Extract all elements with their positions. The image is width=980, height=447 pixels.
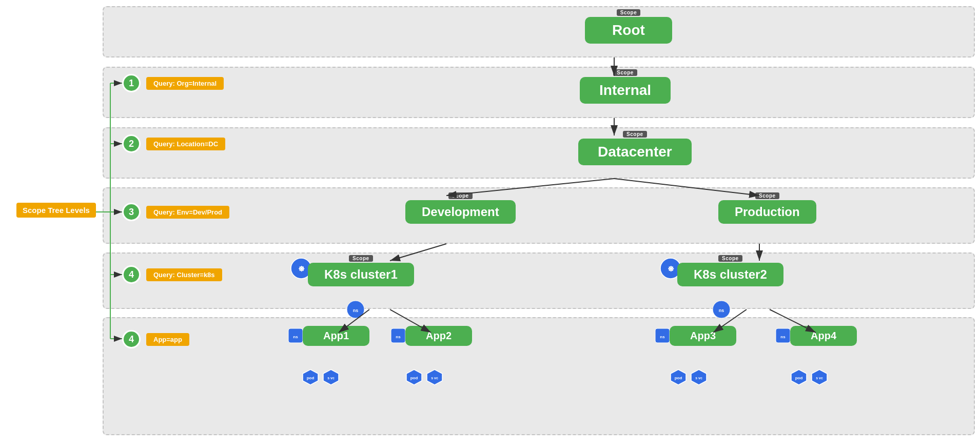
scope-node-production: Scope Production xyxy=(718,192,816,224)
main-canvas: Scope Tree Levels Scope Root 1 Query: Or… xyxy=(0,0,980,447)
svg-text:pod: pod xyxy=(410,376,418,380)
scope-box-app4: App4 xyxy=(790,326,857,346)
svg-text:pod: pod xyxy=(795,376,803,380)
level-bubble-4a: 4 xyxy=(122,265,141,284)
row-band-k8s xyxy=(103,252,975,309)
svc-icon-app2: s vc xyxy=(426,368,443,388)
level-bubble-4b: 4 xyxy=(122,330,141,348)
ns-icon-app1: ns xyxy=(287,327,304,346)
namespace-icon-k8s1: ns xyxy=(346,300,365,321)
svg-text:⎈: ⎈ xyxy=(299,263,305,274)
row-band-datacenter xyxy=(103,127,975,179)
scope-badge-root: Scope xyxy=(617,9,641,16)
svc-icon-app1: s vc xyxy=(322,368,340,388)
scope-box-app2: App2 xyxy=(405,326,472,346)
level-bubble-2: 2 xyxy=(122,134,141,153)
scope-node-development: Scope Development xyxy=(405,192,516,224)
scope-node-k8s2: Scope K8s cluster2 xyxy=(677,255,783,286)
svg-text:s vc: s vc xyxy=(816,376,823,380)
level-bubble-1: 1 xyxy=(122,74,141,92)
scope-node-internal: Scope Internal xyxy=(580,69,671,104)
svg-text:⎈: ⎈ xyxy=(668,263,674,274)
svc-icon-app3: s vc xyxy=(690,368,708,388)
svg-text:pod: pod xyxy=(307,376,315,380)
scope-box-k8s1: K8s cluster1 xyxy=(308,263,414,286)
svg-text:ns: ns xyxy=(293,335,298,339)
scope-badge-production: Scope xyxy=(755,192,779,199)
scope-box-internal: Internal xyxy=(580,77,671,104)
query-badge-1: Query: Org=Internal xyxy=(146,77,224,90)
query-badge-3: Query: Env=Dev/Prod xyxy=(146,206,229,219)
svg-text:ns: ns xyxy=(719,308,724,313)
scope-badge-k8s1: Scope xyxy=(349,255,373,262)
row-band-root xyxy=(103,6,975,57)
query-badge-2: Query: Location=DC xyxy=(146,138,225,150)
scope-box-root: Root xyxy=(585,17,672,44)
svc-icon-app4: s vc xyxy=(811,368,828,388)
row-band-internal xyxy=(103,67,975,118)
scope-node-k8s1: Scope K8s cluster1 xyxy=(308,255,414,286)
scope-box-app3: App3 xyxy=(670,326,736,346)
ns-icon-app4: ns xyxy=(775,327,791,346)
svg-text:ns: ns xyxy=(780,335,786,339)
scope-box-production: Production xyxy=(718,200,816,224)
svg-text:ns: ns xyxy=(660,335,665,339)
ns-icon-app2: ns xyxy=(390,327,406,346)
scope-box-development: Development xyxy=(405,200,516,224)
pod-icon-app2: pod xyxy=(405,368,423,388)
svg-text:ns: ns xyxy=(353,308,359,313)
scope-node-app2: App2 xyxy=(405,326,472,346)
ns-icon-app3: ns xyxy=(654,327,671,346)
pod-icon-app1: pod xyxy=(302,368,319,388)
query-badge-4b: App=app xyxy=(146,333,189,346)
level-bubble-3: 3 xyxy=(122,203,141,221)
scope-badge-development: Scope xyxy=(448,192,473,199)
pod-icon-app4: pod xyxy=(790,368,808,388)
scope-badge-k8s2: Scope xyxy=(718,255,742,262)
scope-box-app1: App1 xyxy=(303,326,369,346)
scope-node-app3: App3 xyxy=(670,326,736,346)
svg-text:s vc: s vc xyxy=(695,376,702,380)
scope-box-k8s2: K8s cluster2 xyxy=(677,263,783,286)
svg-text:s vc: s vc xyxy=(327,376,335,380)
scope-badge-internal: Scope xyxy=(613,69,637,76)
scope-node-app1: App1 xyxy=(303,326,369,346)
query-badge-4a: Query: Cluster=k8s xyxy=(146,268,222,281)
namespace-icon-k8s2: ns xyxy=(712,300,731,321)
scope-node-root: Scope Root xyxy=(585,9,672,44)
svg-text:s vc: s vc xyxy=(431,376,438,380)
scope-box-datacenter: Datacenter xyxy=(578,139,692,165)
row-band-dev-prod xyxy=(103,187,975,244)
scope-tree-levels-label: Scope Tree Levels xyxy=(16,203,96,218)
svg-text:ns: ns xyxy=(396,335,401,339)
scope-node-app4: App4 xyxy=(790,326,857,346)
scope-node-datacenter: Scope Datacenter xyxy=(578,131,692,165)
scope-badge-datacenter: Scope xyxy=(623,131,647,138)
svg-text:pod: pod xyxy=(675,376,682,380)
pod-icon-app3: pod xyxy=(670,368,687,388)
